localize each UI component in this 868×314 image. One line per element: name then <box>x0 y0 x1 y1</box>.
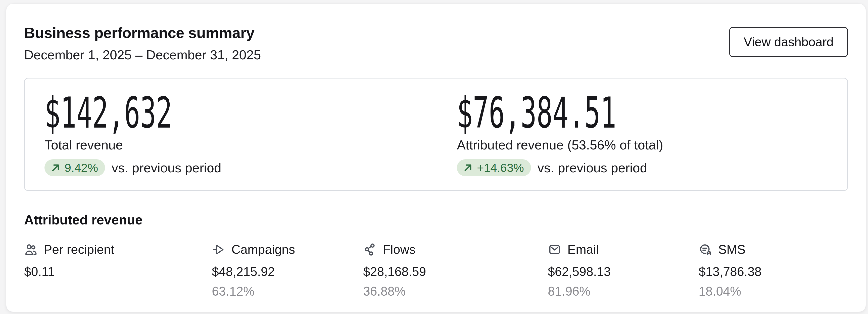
summary-stats-panel: $142,632 Total revenue 9.42% vs. previou… <box>24 78 848 191</box>
total-revenue-change-badge: 9.42% <box>44 159 105 176</box>
metric-percent: 63.12% <box>212 283 363 299</box>
metric-percent: 81.96% <box>548 283 699 299</box>
sms-icon: 1 <box>699 243 712 256</box>
metric-value: $28,168.59 <box>363 264 529 280</box>
attributed-revenue-change-badge: +14.63% <box>457 159 531 176</box>
total-revenue-stat: $142,632 Total revenue 9.42% vs. previou… <box>44 91 457 176</box>
metric-name: Email <box>567 241 599 258</box>
metric-flows: Flows $28,168.59 36.88% <box>363 241 529 299</box>
svg-text:1: 1 <box>708 251 710 255</box>
metric-name: SMS <box>718 241 745 258</box>
send-icon <box>212 243 225 256</box>
business-performance-summary-card: Business performance summary December 1,… <box>6 3 866 312</box>
metric-percent <box>24 283 193 299</box>
view-dashboard-button[interactable]: View dashboard <box>729 27 848 57</box>
card-header: Business performance summary December 1,… <box>24 23 848 63</box>
attributed-revenue-value: $76,384.51 <box>457 91 827 135</box>
attributed-revenue-label: Attributed revenue (53.56% of total) <box>457 137 827 153</box>
metric-value: $0.11 <box>24 264 193 280</box>
attributed-revenue-stat: $76,384.51 Attributed revenue (53.56% of… <box>457 91 827 176</box>
attributed-revenue-metrics: Per recipient $0.11 Campaigns $48,215.92 <box>24 241 848 299</box>
total-revenue-change-percent: 9.42% <box>65 162 98 174</box>
metric-name: Flows <box>383 241 416 258</box>
users-icon <box>24 243 38 256</box>
metric-name: Per recipient <box>44 241 114 258</box>
metric-per-recipient: Per recipient $0.11 <box>24 241 193 299</box>
email-icon <box>548 243 561 256</box>
header-text-block: Business performance summary December 1,… <box>24 23 261 63</box>
attributed-revenue-comparison: +14.63% vs. previous period <box>457 159 827 176</box>
page-title: Business performance summary <box>24 23 261 42</box>
metric-percent: 36.88% <box>363 283 529 299</box>
total-revenue-value: $142,632 <box>44 91 457 135</box>
metric-value: $48,215.92 <box>212 264 363 280</box>
metric-sms: 1 SMS $13,786.38 18.04% <box>699 241 848 299</box>
total-revenue-comparison: 9.42% vs. previous period <box>44 159 457 176</box>
date-range: December 1, 2025 – December 31, 2025 <box>24 47 261 63</box>
trend-up-icon <box>462 162 473 173</box>
metric-value: $62,598.13 <box>548 264 699 280</box>
metric-value: $13,786.38 <box>699 264 848 280</box>
attributed-revenue-change-percent: +14.63% <box>477 162 524 174</box>
metric-email: Email $62,598.13 81.96% <box>529 241 699 299</box>
attributed-revenue-section-heading: Attributed revenue <box>24 211 848 228</box>
metric-campaigns: Campaigns $48,215.92 63.12% <box>193 241 363 299</box>
flow-icon <box>363 243 377 256</box>
total-revenue-label: Total revenue <box>44 137 457 153</box>
metric-name: Campaigns <box>231 241 295 258</box>
total-revenue-vs-text: vs. previous period <box>112 160 221 175</box>
attributed-revenue-vs-text: vs. previous period <box>537 160 647 175</box>
metric-percent: 18.04% <box>699 283 848 299</box>
trend-up-icon <box>50 162 61 173</box>
